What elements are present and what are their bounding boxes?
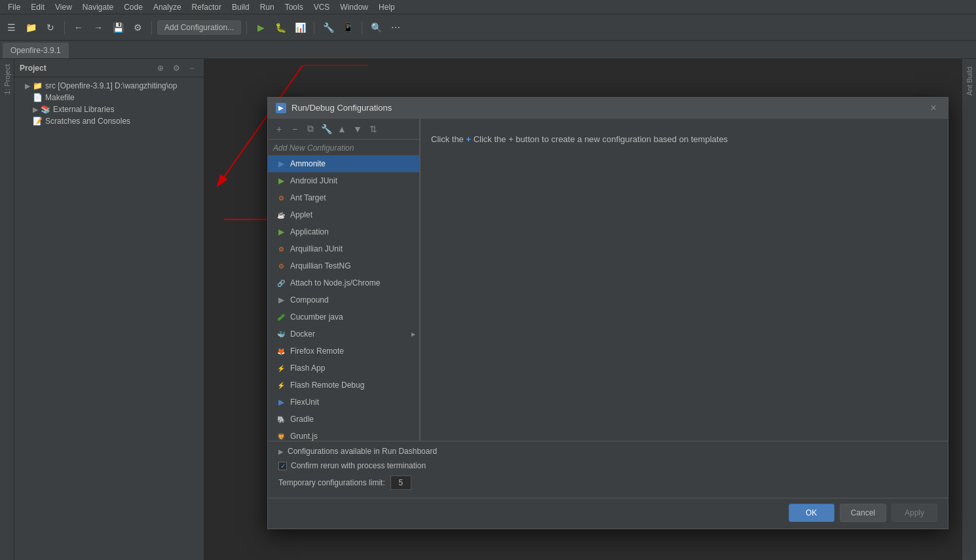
application-label: Application xyxy=(290,227,329,236)
tree-ext-icon: 📚 xyxy=(41,105,50,114)
more-btn[interactable]: ⋯ xyxy=(387,19,404,36)
project-vtab[interactable]: 1: Project xyxy=(3,59,11,100)
run-dashboard-label: Configurations available in Run Dashboar… xyxy=(288,447,437,456)
menu-window[interactable]: Window xyxy=(335,0,373,14)
menu-refactor[interactable]: Refactor xyxy=(187,0,227,14)
arquillian-testng-icon: ⚙ xyxy=(276,261,286,271)
toolbar-sep-3 xyxy=(246,21,247,34)
ant-target-icon: ⚙ xyxy=(276,193,286,203)
config-item-gradle[interactable]: 🐘 Gradle xyxy=(268,411,419,428)
debug-btn[interactable]: 🐛 xyxy=(272,19,289,36)
config-item-cucumber[interactable]: 🥒 Cucumber java xyxy=(268,308,419,326)
gruntjs-label: Grunt.js xyxy=(290,432,318,441)
run-with-coverage-btn[interactable]: 📊 xyxy=(291,19,309,36)
add-configuration-button[interactable]: Add Configuration... xyxy=(157,20,241,35)
device-btn[interactable]: 📱 xyxy=(339,19,356,36)
dialog-close-button[interactable]: × xyxy=(927,102,940,115)
sidebar-settings-btn[interactable]: ⚙ xyxy=(170,62,183,75)
cancel-button[interactable]: Cancel xyxy=(840,504,886,522)
ok-button[interactable]: OK xyxy=(789,504,835,522)
confirm-rerun-row: Confirm rerun with process termination xyxy=(278,461,937,470)
config-item-arquillian-junit[interactable]: ⚙ Arquillian JUnit xyxy=(268,240,419,257)
tree-ext-label: External Libraries xyxy=(53,105,114,114)
run-btn[interactable]: ▶ xyxy=(252,19,269,36)
config-item-docker[interactable]: 🐳 Docker xyxy=(268,326,419,343)
move-up-btn[interactable]: ▲ xyxy=(335,122,349,136)
flexunit-label: FlexUnit xyxy=(290,398,319,407)
run-dashboard-toggle[interactable]: ▶ Configurations available in Run Dashbo… xyxy=(278,447,937,456)
docker-icon: 🐳 xyxy=(276,329,286,339)
menu-build[interactable]: Build xyxy=(227,0,255,14)
applet-icon: ☕ xyxy=(276,210,286,220)
move-down-btn[interactable]: ▼ xyxy=(350,122,365,136)
sidebar-title: Project xyxy=(20,64,47,73)
menu-tools[interactable]: Tools xyxy=(280,0,309,14)
menu-file[interactable]: File xyxy=(3,0,26,14)
forward-btn[interactable]: → xyxy=(90,19,107,36)
config-item-firefox-remote[interactable]: 🦊 Firefox Remote xyxy=(268,343,419,360)
config-item-ant-target[interactable]: ⚙ Ant Target xyxy=(268,189,419,206)
back-btn[interactable]: ← xyxy=(70,19,87,36)
refresh-btn[interactable]: ↻ xyxy=(42,19,59,36)
menu-edit[interactable]: Edit xyxy=(26,0,50,14)
ant-build-label[interactable]: Ant Build xyxy=(966,62,973,101)
gradle-icon: 🐘 xyxy=(276,414,286,424)
flash-remote-debug-icon: ⚡ xyxy=(276,380,286,390)
config-item-applet[interactable]: ☕ Applet xyxy=(268,206,419,223)
confirm-rerun-label: Confirm rerun with process termination xyxy=(291,461,426,470)
sidebar: Project ⊕ ⚙ − ▶ 📁 src [Openfire-3.9.1] D… xyxy=(14,59,204,560)
tree-external-libs[interactable]: ▶ 📚 External Libraries xyxy=(14,103,204,115)
wrench-btn[interactable]: 🔧 xyxy=(320,19,337,36)
sidebar-minimize-btn[interactable]: − xyxy=(185,62,198,75)
tree-makefile-icon: 📄 xyxy=(33,93,43,102)
search-btn[interactable]: 🔍 xyxy=(367,19,385,36)
menu-help[interactable]: Help xyxy=(373,0,400,14)
menu-icon-btn[interactable]: ☰ xyxy=(3,19,20,36)
open-folder-btn[interactable]: 📁 xyxy=(22,19,39,36)
dialog-left-panel: + − ⧉ 🔧 ▲ ▼ ⇅ Add New Configuration ▶ Am… xyxy=(268,119,420,441)
sort-btn[interactable]: ⇅ xyxy=(366,122,381,136)
tree-scratches[interactable]: 📝 Scratches and Consoles xyxy=(14,115,204,127)
menu-run[interactable]: Run xyxy=(255,0,280,14)
application-icon: ▶ xyxy=(276,227,286,237)
menubar: File Edit View Navigate Code Analyze Ref… xyxy=(0,0,976,14)
config-item-android-junit[interactable]: ▶ Android JUnit xyxy=(268,172,419,189)
menu-analyze[interactable]: Analyze xyxy=(148,0,187,14)
config-item-application[interactable]: ▶ Application xyxy=(268,223,419,240)
attach-nodejs-label: Attach to Node.js/Chrome xyxy=(290,278,380,288)
menu-navigate[interactable]: Navigate xyxy=(77,0,119,14)
config-item-ammonite[interactable]: ▶ Ammonite xyxy=(268,155,419,172)
menu-vcs[interactable]: VCS xyxy=(309,0,335,14)
copy-config-btn[interactable]: ⧉ xyxy=(303,122,318,136)
tree-root[interactable]: ▶ 📁 src [Openfire-3.9.1] D:\wangzhiting\… xyxy=(14,80,204,92)
settings-btn[interactable]: ⚙ xyxy=(129,19,146,36)
sidebar-add-btn[interactable]: ⊕ xyxy=(154,62,167,75)
remove-config-btn[interactable]: − xyxy=(288,122,302,136)
cucumber-icon: 🥒 xyxy=(276,312,286,322)
apply-button[interactable]: Apply xyxy=(892,504,937,522)
config-item-flash-app[interactable]: ⚡ Flash App xyxy=(268,360,419,377)
gruntjs-icon: 🦁 xyxy=(276,431,286,441)
tree-makefile[interactable]: 📄 Makefile xyxy=(14,92,204,103)
config-item-gruntjs[interactable]: 🦁 Grunt.js xyxy=(268,428,419,441)
toolbar-sep-4 xyxy=(314,21,314,34)
android-junit-label: Android JUnit xyxy=(290,176,337,185)
wrench-config-btn[interactable]: 🔧 xyxy=(319,122,333,136)
add-config-list-btn[interactable]: + xyxy=(272,122,286,136)
config-item-arquillian-testng[interactable]: ⚙ Arquillian TestNG xyxy=(268,257,419,274)
tab-openfire[interactable]: Openfire-3.9.1 xyxy=(3,43,69,58)
temp-config-limit-row: Temporary configurations limit: xyxy=(278,476,937,490)
menu-code[interactable]: Code xyxy=(119,0,148,14)
tree-expand-icon: ▶ xyxy=(25,82,30,90)
temp-config-input[interactable] xyxy=(390,476,411,490)
menu-view[interactable]: View xyxy=(50,0,77,14)
confirm-rerun-checkbox[interactable] xyxy=(278,462,287,470)
hint-plus-symbol: + xyxy=(466,134,471,144)
config-item-attach-nodejs[interactable]: 🔗 Attach to Node.js/Chrome xyxy=(268,274,419,291)
toolbar: ☰ 📁 ↻ ← → 💾 ⚙ Add Configuration... ▶ 🐛 📊… xyxy=(0,14,976,41)
config-item-compound[interactable]: ▶ Compound xyxy=(268,291,419,308)
config-item-flexunit[interactable]: ▶ FlexUnit xyxy=(268,394,419,411)
config-item-flash-remote-debug[interactable]: ⚡ Flash Remote Debug xyxy=(268,377,419,394)
save-all-btn[interactable]: 💾 xyxy=(109,19,126,36)
flexunit-icon: ▶ xyxy=(276,397,286,407)
